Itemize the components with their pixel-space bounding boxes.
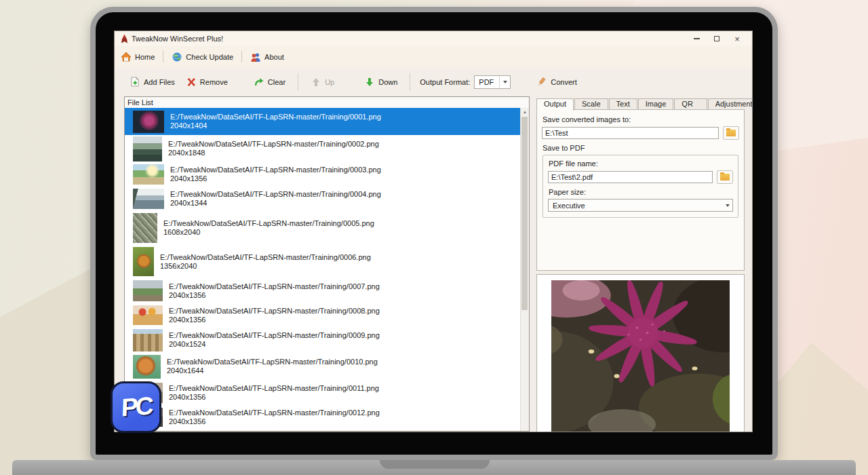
save-to-label: Save converted images to: <box>542 115 739 124</box>
pc-logo-text: PC <box>121 392 151 423</box>
save-path-input[interactable] <box>542 127 719 139</box>
menu-item-home[interactable]: Home <box>115 46 161 67</box>
menu-label: Home <box>135 53 155 61</box>
file-size: 2040x1356 <box>169 291 380 300</box>
preview-panel <box>536 274 745 432</box>
remove-x-icon <box>186 77 197 88</box>
paper-size-label: Paper size: <box>549 188 733 196</box>
tab-image[interactable]: Image <box>638 98 674 110</box>
tab-text[interactable]: Text <box>609 98 637 110</box>
tab-output[interactable]: Output <box>536 98 574 111</box>
file-thumbnail <box>133 111 164 133</box>
list-item[interactable]: E:/TweakNow/DataSetAI/TF-LapSRN-master/T… <box>125 135 521 162</box>
app-icon <box>121 35 127 43</box>
tab-scale[interactable]: Scale <box>574 98 608 110</box>
remove-button[interactable]: Remove <box>180 71 233 93</box>
list-item[interactable]: E:/TweakNow/DataSetAI/TF-LapSRN-master/T… <box>125 211 521 245</box>
maximize-icon <box>714 36 719 41</box>
file-size: 1608x2040 <box>163 228 374 237</box>
file-list-panel: File List E:/TweakNow/DataSetAI/TF-LapSR… <box>124 96 530 432</box>
up-arrow-icon <box>311 77 321 88</box>
file-path: E:/TweakNow/DataSetAI/TF-LapSRN-master/T… <box>170 166 381 174</box>
browse-save-folder-button[interactable] <box>723 126 739 140</box>
file-path: E:/TweakNow/DataSetAI/TF-LapSRN-master/T… <box>163 219 374 228</box>
file-size: 2040x1356 <box>169 316 380 324</box>
file-size: 1356x2040 <box>160 262 371 271</box>
list-item[interactable]: E:/TweakNow/DataSetAI/TF-LapSRN-master/T… <box>125 187 521 211</box>
chevron-down-icon <box>503 81 507 83</box>
tab-strip: Output Scale Text Image QR Code Adjustme… <box>536 98 746 110</box>
menu-item-check-update[interactable]: Check Update <box>165 46 239 67</box>
convert-button[interactable]: Convert <box>531 71 583 93</box>
file-thumbnail <box>133 247 154 276</box>
file-size: 2040x1404 <box>170 121 381 130</box>
output-format-dropdown[interactable]: PDF <box>474 75 511 89</box>
menu-label: Check Update <box>186 53 233 61</box>
laptop-notch <box>380 460 490 469</box>
window-title: TweakNow WinSecret Plus! <box>132 35 691 43</box>
add-file-icon <box>130 77 140 88</box>
file-path: E:/TweakNow/DataSetAI/TF-LapSRN-master/T… <box>169 282 380 291</box>
menu-separator <box>163 51 163 62</box>
list-item[interactable]: E:/TweakNow/DataSetAI/TF-LapSRN-master/T… <box>125 162 521 187</box>
add-files-button[interactable]: Add Files <box>124 71 180 93</box>
list-item[interactable]: E:/TweakNow/DataSetAI/TF-LapSRN-master/T… <box>125 278 521 303</box>
down-arrow-icon <box>364 77 375 88</box>
toolbar-separator <box>298 73 298 91</box>
menu-item-about[interactable]: About <box>244 46 290 67</box>
toolbar-label: Convert <box>551 78 577 86</box>
title-bar: TweakNow WinSecret Plus! × <box>115 31 752 46</box>
menu-bar: Home Check Update <box>115 46 752 68</box>
list-item[interactable]: E:/TweakNow/DataSetAI/TF-LapSRN-master/T… <box>125 429 521 431</box>
paper-size-select[interactable]: Executive <box>548 199 733 212</box>
file-path: E:/TweakNow/DataSetAI/TF-LapSRN-master/T… <box>168 140 379 149</box>
page-background: TweakNow WinSecret Plus! × Home <box>0 0 868 475</box>
file-thumbnail <box>133 329 163 352</box>
pdf-group-box: PDF file name: Paper size: Executive <box>542 155 738 218</box>
tab-qr-code[interactable]: QR Code <box>674 98 707 110</box>
toolbar-label: Add Files <box>144 78 175 86</box>
pdf-file-name-input[interactable] <box>548 171 713 183</box>
file-size: 2040x1356 <box>169 417 380 426</box>
toolbar: Add Files Remove Clear <box>115 67 752 96</box>
file-list: E:/TweakNow/DataSetAI/TF-LapSRN-master/T… <box>125 108 521 431</box>
clear-arrow-icon <box>254 77 264 88</box>
file-thumbnail <box>133 136 162 162</box>
file-list-scrollbar[interactable]: ▲ <box>520 108 529 431</box>
file-list-header: File List <box>125 97 529 109</box>
list-item[interactable]: E:/TweakNow/DataSetAI/TF-LapSRN-master/T… <box>125 380 521 405</box>
pdf-file-name-label: PDF file name: <box>549 159 733 168</box>
list-item[interactable]: E:/TweakNow/DataSetAI/TF-LapSRN-master/T… <box>125 353 521 380</box>
file-path: E:/TweakNow/DataSetAI/TF-LapSRN-master/T… <box>169 384 379 393</box>
up-button[interactable]: Up <box>305 71 340 93</box>
file-path: E:/TweakNow/DataSetAI/TF-LapSRN-master/T… <box>167 358 378 366</box>
clear-button[interactable]: Clear <box>248 71 291 93</box>
scrollbar-thumb[interactable] <box>521 117 528 310</box>
list-item[interactable]: E:/TweakNow/DataSetAI/TF-LapSRN-master/T… <box>125 405 521 429</box>
output-format-label: Output Format: <box>420 78 470 86</box>
file-path: E:/TweakNow/DataSetAI/TF-LapSRN-master/T… <box>169 331 380 340</box>
maximize-button[interactable] <box>711 33 722 44</box>
list-item[interactable]: E:/TweakNow/DataSetAI/TF-LapSRN-master/T… <box>125 108 521 135</box>
file-thumbnail <box>133 305 163 325</box>
list-item[interactable]: E:/TweakNow/DataSetAI/TF-LapSRN-master/T… <box>125 327 521 353</box>
toolbar-separator <box>410 73 410 91</box>
file-size: 2040x1356 <box>169 393 379 402</box>
tab-adjustments[interactable]: Adjustments <box>708 98 753 110</box>
toolbar-label: Up <box>325 78 334 86</box>
minimize-button[interactable] <box>691 33 702 44</box>
close-button[interactable]: × <box>732 33 743 44</box>
file-size: 2040x1848 <box>168 149 379 157</box>
scroll-up-icon[interactable]: ▲ <box>521 108 529 116</box>
file-thumbnail <box>133 355 161 379</box>
list-item[interactable]: E:/TweakNow/DataSetAI/TF-LapSRN-master/T… <box>125 303 521 327</box>
browse-pdf-folder-button[interactable] <box>717 170 733 184</box>
save-to-pdf-label: Save to PDF <box>542 144 739 152</box>
file-path: E:/TweakNow/DataSetAI/TF-LapSRN-master/T… <box>169 307 380 316</box>
file-size: 2040x1356 <box>170 174 381 183</box>
list-item[interactable]: E:/TweakNow/DataSetAI/TF-LapSRN-master/T… <box>125 245 521 278</box>
convert-pencil-icon <box>536 77 547 88</box>
down-button[interactable]: Down <box>359 71 403 93</box>
output-format-value: PDF <box>475 78 499 86</box>
preview-image <box>551 280 730 432</box>
